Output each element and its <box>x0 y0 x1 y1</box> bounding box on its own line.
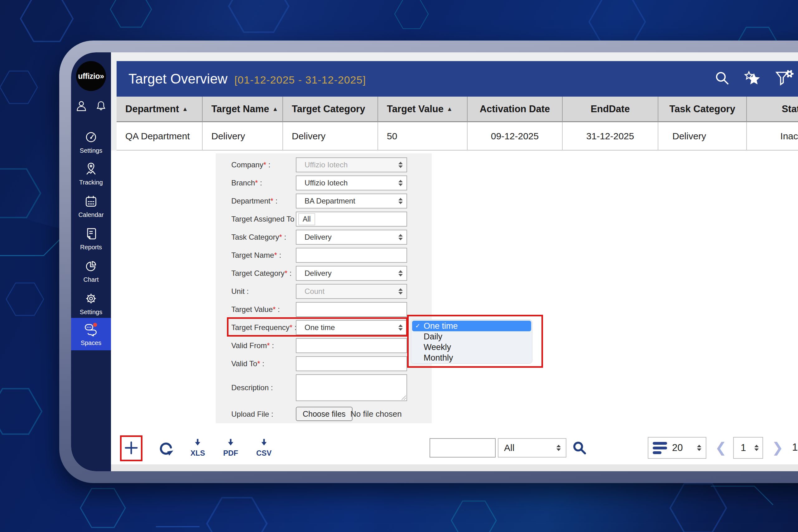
field-label: Company* : <box>231 157 293 172</box>
department-select[interactable]: BA Department <box>296 193 407 209</box>
download-icon <box>226 438 235 447</box>
cell-status: Inactive <box>747 122 798 151</box>
form-row-valid-to: Valid To* : <box>216 356 432 371</box>
company-select[interactable]: Uffizio Iotech <box>296 157 407 172</box>
search-column-select[interactable]: All <box>498 438 566 457</box>
highlight-box-target-frequency <box>227 317 408 337</box>
sidebar-item-label: Settings <box>80 308 102 316</box>
description-textarea[interactable] <box>296 374 407 401</box>
refresh-button[interactable] <box>158 440 174 457</box>
export-pdf-button[interactable]: PDF <box>223 438 238 457</box>
page-number-input[interactable]: 1 <box>733 437 763 459</box>
sidebar-item-chart[interactable]: Chart <box>71 259 111 283</box>
col-header-target-value[interactable]: Target Value▲ <box>378 97 468 122</box>
gauge-icon <box>84 130 98 145</box>
select-spinner-icon <box>398 270 403 277</box>
user-icon[interactable] <box>75 100 88 113</box>
notifications-bell-icon[interactable] <box>95 100 107 113</box>
target-assigned-to-input[interactable]: All <box>296 212 407 227</box>
dropdown-option-monthly[interactable]: Monthly <box>411 353 532 363</box>
export-xls-button[interactable]: XLS <box>190 438 205 457</box>
sidebar-item-calendar[interactable]: Calendar <box>71 194 111 218</box>
favorites-star-icon[interactable] <box>743 70 762 88</box>
resize-handle-icon[interactable] <box>401 395 406 400</box>
dropdown-option-weekly[interactable]: Weekly <box>411 342 532 353</box>
download-icon <box>259 438 269 447</box>
table-row[interactable]: QA Department Delivery Delivery 50 09-12… <box>117 122 798 151</box>
sort-asc-icon: ▲ <box>272 106 278 113</box>
chat-bubbles-icon <box>83 322 98 338</box>
field-label: Task Category* : <box>231 230 293 245</box>
cell-target-value: 50 <box>378 122 468 151</box>
all-chip[interactable]: All <box>298 213 315 225</box>
target-value-input[interactable] <box>296 302 407 317</box>
list-lines-icon <box>653 442 667 454</box>
form-row-target-value: Target Value* : <box>216 302 432 317</box>
filter-settings-icon[interactable] <box>774 69 794 89</box>
field-label: Target Value* : <box>231 302 293 317</box>
col-header-task-category[interactable]: Task Category <box>658 97 747 122</box>
cell-target-category: Delivery <box>283 122 378 151</box>
content-bottom-band <box>111 464 798 471</box>
field-label: Target Assigned To : <box>231 212 293 227</box>
form-row-target-assigned-to: Target Assigned To : All <box>216 212 432 227</box>
next-page-chevron-icon[interactable]: ❯ <box>772 439 783 455</box>
select-spinner-icon <box>398 180 403 186</box>
search-icon[interactable] <box>714 70 731 88</box>
col-header-target-category[interactable]: Target Category <box>283 97 378 122</box>
sidebar-item-settings[interactable]: Settings <box>71 292 111 316</box>
page-header: Target Overview [01-12-2025 - 31-12-2025… <box>117 61 798 97</box>
col-header-end-date[interactable]: EndDate <box>563 97 658 122</box>
choose-files-button[interactable]: Choose files <box>296 407 353 421</box>
sidebar-item-tracking[interactable]: Tracking <box>71 162 111 186</box>
page-total-text: 1 <box>792 441 798 453</box>
export-csv-button[interactable]: CSV <box>256 438 271 457</box>
form-row-unit: Unit : Count <box>216 284 432 299</box>
sidebar-item-label: Chart <box>83 276 99 283</box>
cell-department: QA Department <box>117 122 203 151</box>
select-spinner-icon <box>398 198 403 204</box>
field-label: Department* : <box>231 193 293 209</box>
sidebar-item-label: Reports <box>80 244 102 251</box>
table-search-input[interactable] <box>430 438 496 457</box>
field-label: Target Category* : <box>231 266 293 281</box>
task-category-select[interactable]: Delivery <box>296 230 407 245</box>
search-submit-icon[interactable] <box>572 440 587 457</box>
sidebar-item-label: Tracking <box>79 179 103 186</box>
target-name-input[interactable] <box>296 248 407 263</box>
highlight-box-add-button <box>120 435 142 461</box>
form-row-description: Description : <box>216 374 432 401</box>
dropdown-option-one-time[interactable]: ✓ One time <box>412 321 531 331</box>
prev-page-chevron-icon[interactable]: ❮ <box>715 439 727 455</box>
target-category-select[interactable]: Delivery <box>296 266 407 281</box>
form-row-company: Company* : Uffizio Iotech <box>216 157 432 172</box>
field-label: Upload File : <box>231 407 293 422</box>
dropdown-option-daily[interactable]: Daily <box>411 331 532 342</box>
col-header-status[interactable]: Status <box>747 97 798 122</box>
branch-select[interactable]: Uffizio Iotech <box>296 175 407 190</box>
cell-activation-date: 09-12-2025 <box>468 122 563 151</box>
col-header-activation-date[interactable]: Activation Date <box>468 97 563 122</box>
content-area: Target Overview [01-12-2025 - 31-12-2025… <box>111 52 798 471</box>
report-document-icon <box>84 227 98 242</box>
col-header-department[interactable]: Department▲ <box>117 97 203 122</box>
page-size-select[interactable]: 20 <box>648 437 706 459</box>
sort-asc-icon: ▲ <box>182 106 188 113</box>
uffizio-logo[interactable]: uffizio» <box>76 61 106 91</box>
gear-icon <box>84 292 98 307</box>
pie-chart-icon <box>84 259 98 274</box>
date-range: [01-12-2025 - 31-12-2025] <box>234 74 366 86</box>
sidebar-item-settings-dashboard[interactable]: Settings <box>71 130 111 154</box>
sidebar-item-reports[interactable]: Reports <box>71 227 111 251</box>
field-label: Target Name* : <box>231 248 293 263</box>
sidebar-item-spaces-active[interactable]: Spaces <box>71 318 111 350</box>
valid-from-input[interactable] <box>296 338 407 353</box>
calendar-icon <box>84 194 98 209</box>
col-header-target-name[interactable]: Target Name▲ <box>203 97 283 122</box>
select-spinner-icon <box>697 445 701 451</box>
add-target-button[interactable] <box>124 441 138 456</box>
valid-to-input[interactable] <box>296 356 407 371</box>
select-spinner-icon <box>754 445 759 451</box>
select-spinner-icon <box>556 445 561 451</box>
unit-select[interactable]: Count <box>296 284 407 299</box>
